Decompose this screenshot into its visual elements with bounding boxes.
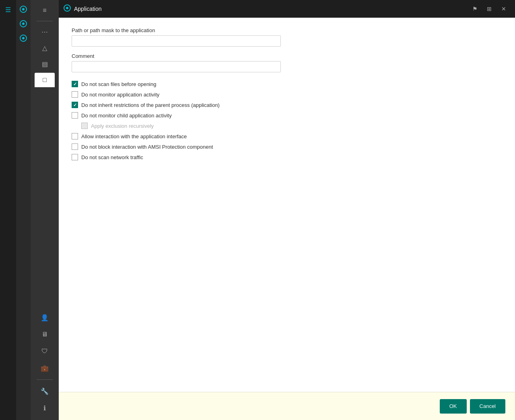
checkbox-label-1: Do not scan files before opening — [81, 81, 156, 87]
checkbox-item-7[interactable]: Do not block interaction with AMSI Prote… — [72, 141, 502, 152]
sidebar-list-icon[interactable]: ≡ — [35, 3, 55, 18]
tab-icon-3[interactable] — [17, 32, 29, 44]
sidebar-left: ☰ — [0, 0, 16, 420]
sidebar-divider — [37, 21, 53, 21]
svg-point-3 — [22, 23, 25, 25]
checkbox-box-7[interactable] — [72, 143, 78, 150]
comment-label: Comment — [72, 53, 502, 59]
checkbox-item-2[interactable]: Do not monitor application activity — [72, 89, 502, 100]
title-bar: Application ⚑ ⊞ ✕ — [59, 0, 515, 18]
main-area: Application ⚑ ⊞ ✕ Path or path mask to t… — [59, 0, 515, 420]
tab-icon-1[interactable] — [17, 3, 29, 15]
flag-button[interactable]: ⚑ — [468, 2, 481, 15]
checkbox-label-2: Do not monitor application activity — [81, 92, 159, 98]
path-group: Path or path mask to the application — [72, 27, 502, 47]
cancel-button[interactable]: Cancel — [470, 399, 505, 414]
checkbox-item-4[interactable]: Do not monitor child application activit… — [72, 110, 502, 121]
sidebar-dots-icon[interactable]: ⋯ — [35, 25, 55, 39]
close-button[interactable]: ✕ — [497, 2, 510, 15]
path-input[interactable] — [72, 35, 281, 47]
path-label: Path or path mask to the application — [72, 27, 502, 33]
sidebar-bag-icon[interactable]: 💼 — [35, 361, 55, 375]
bookmark-button[interactable]: ⊞ — [483, 2, 496, 15]
comment-group: Comment — [72, 53, 502, 72]
checkbox-label-4: Do not monitor child application activit… — [81, 113, 172, 119]
checkbox-box-2[interactable] — [72, 91, 78, 98]
checkbox-item-3[interactable]: ✓Do not inherit restrictions of the pare… — [72, 100, 502, 110]
sidebar-shield-icon[interactable]: 🛡 — [35, 344, 55, 359]
svg-point-5 — [22, 37, 25, 39]
checkbox-label-3: Do not inherit restrictions of the paren… — [81, 102, 220, 108]
checkbox-box-3[interactable]: ✓ — [72, 102, 78, 108]
checkbox-box-4[interactable] — [72, 112, 78, 119]
checkbox-label-7: Do not block interaction with AMSI Prote… — [81, 144, 213, 150]
checkbox-item-1[interactable]: ✓Do not scan files before opening — [72, 79, 502, 89]
sidebar-divider-bottom — [37, 379, 53, 380]
menu-icon[interactable]: ☰ — [2, 3, 14, 16]
checkbox-item-8[interactable]: Do not scan network traffic — [72, 152, 502, 162]
checkbox-item-5: Apply exclusion recursively — [72, 121, 502, 131]
comment-input[interactable] — [72, 61, 281, 72]
sidebar-mid — [16, 0, 31, 420]
svg-point-7 — [66, 7, 68, 9]
sidebar-third: ≡ ⋯ △ ▤ □ 👤 🖥 🛡 💼 🔧 ℹ — [31, 0, 59, 420]
checkbox-box-5 — [81, 123, 88, 129]
checkbox-item-6[interactable]: Allow interaction with the application i… — [72, 131, 502, 141]
checkbox-box-6[interactable] — [72, 133, 78, 139]
sidebar-active-icon[interactable]: □ — [35, 73, 55, 87]
title-bar-actions: ⚑ ⊞ ✕ — [468, 2, 510, 15]
checkbox-box-1[interactable]: ✓ — [72, 81, 78, 87]
sidebar-user-icon[interactable]: 👤 — [35, 310, 55, 325]
page-title: Application — [74, 6, 102, 12]
sidebar-info-icon[interactable]: ℹ — [35, 401, 55, 415]
sidebar-grid-icon[interactable]: ▤ — [35, 57, 55, 71]
sidebar-wrench-icon[interactable]: 🔧 — [35, 384, 55, 398]
title-bar-icon — [64, 4, 71, 13]
checkbox-label-8: Do not scan network traffic — [81, 154, 143, 160]
tab-icon-2[interactable] — [17, 18, 29, 30]
sidebar-triangle-icon[interactable]: △ — [35, 41, 55, 55]
checkbox-box-8[interactable] — [72, 154, 78, 160]
sidebar-device-icon[interactable]: 🖥 — [35, 327, 55, 342]
form-area: Path or path mask to the application Com… — [59, 18, 515, 392]
footer-bar: OK Cancel — [59, 392, 515, 420]
checkbox-list: ✓Do not scan files before openingDo not … — [72, 79, 502, 162]
checkbox-label-6: Allow interaction with the application i… — [81, 133, 187, 139]
svg-point-1 — [22, 8, 25, 10]
ok-button[interactable]: OK — [440, 399, 467, 414]
checkbox-label-5: Apply exclusion recursively — [91, 123, 154, 129]
